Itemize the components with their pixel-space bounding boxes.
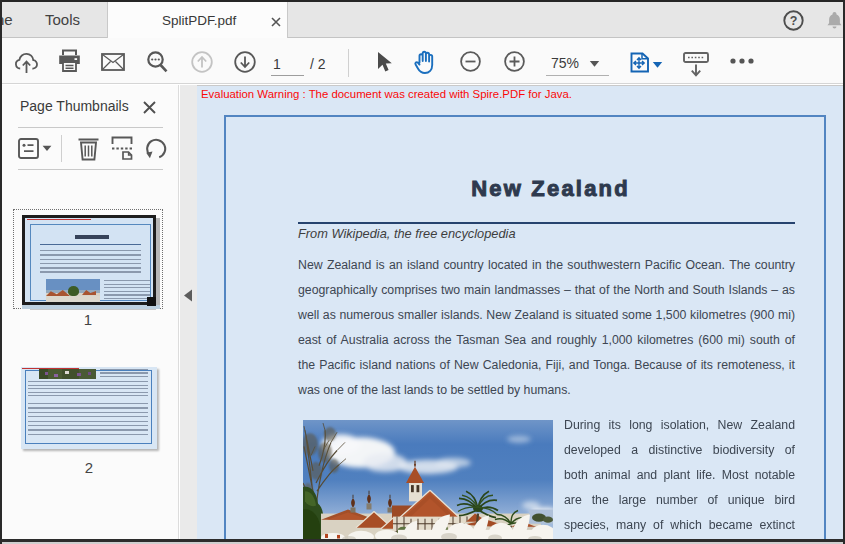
svg-text:?: ?	[790, 14, 798, 28]
